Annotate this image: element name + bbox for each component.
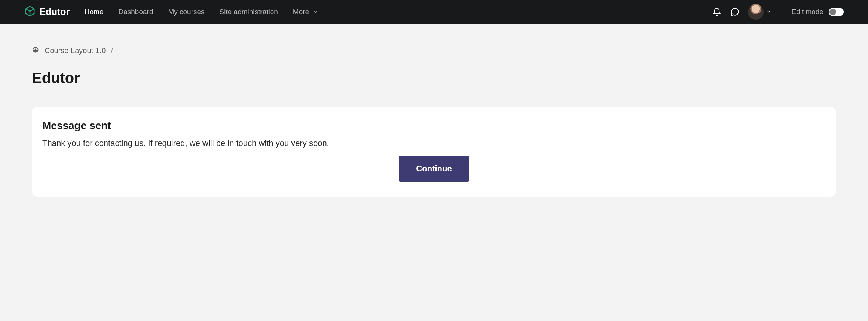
nav-icons: Edit mode bbox=[712, 4, 844, 20]
navbar: Edutor Home Dashboard My courses Site ad… bbox=[0, 0, 868, 24]
nav-links: Home Dashboard My courses Site administr… bbox=[85, 8, 318, 16]
chat-icon[interactable] bbox=[730, 7, 740, 17]
nav-link-my-courses[interactable]: My courses bbox=[168, 8, 204, 16]
card-body: Thank you for contacting us. If required… bbox=[42, 138, 826, 148]
brand-logo-icon bbox=[24, 6, 36, 18]
nav-link-site-admin[interactable]: Site administration bbox=[220, 8, 278, 16]
breadcrumb-item[interactable]: Course Layout 1.0 bbox=[45, 46, 106, 55]
page: Course Layout 1.0 / Edutor Message sent … bbox=[0, 24, 868, 212]
edit-mode-toggle[interactable] bbox=[829, 8, 844, 16]
page-title: Edutor bbox=[32, 70, 836, 86]
dashboard-icon[interactable] bbox=[32, 46, 39, 55]
nav-link-home[interactable]: Home bbox=[85, 8, 104, 16]
card-title: Message sent bbox=[42, 120, 826, 132]
message-card: Message sent Thank you for contacting us… bbox=[32, 107, 836, 197]
nav-link-more-label: More bbox=[293, 8, 309, 16]
toggle-knob bbox=[829, 9, 836, 15]
chevron-down-icon bbox=[313, 8, 318, 16]
brand-name: Edutor bbox=[39, 6, 70, 18]
breadcrumb: Course Layout 1.0 / bbox=[32, 46, 836, 55]
user-menu[interactable] bbox=[748, 4, 771, 20]
edit-mode: Edit mode bbox=[791, 8, 844, 16]
nav-link-dashboard[interactable]: Dashboard bbox=[118, 8, 153, 16]
chevron-down-icon bbox=[767, 9, 771, 15]
breadcrumb-sep: / bbox=[111, 46, 113, 55]
bell-icon[interactable] bbox=[712, 7, 722, 17]
edit-mode-label: Edit mode bbox=[791, 8, 823, 16]
nav-link-more[interactable]: More bbox=[293, 8, 318, 16]
brand[interactable]: Edutor bbox=[24, 6, 70, 18]
avatar bbox=[748, 4, 764, 20]
continue-button[interactable]: Continue bbox=[399, 156, 469, 182]
